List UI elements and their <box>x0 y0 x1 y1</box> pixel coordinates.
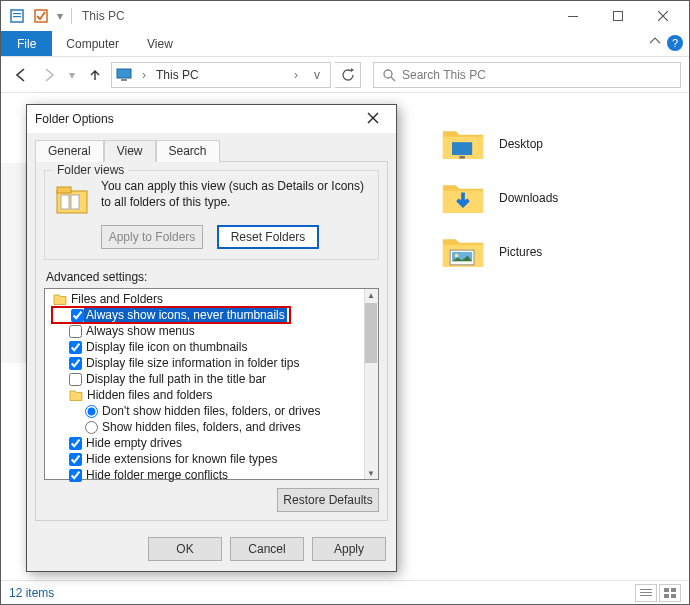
folder-views-group: Folder views You can apply this view (su… <box>44 170 379 260</box>
tree-item-label: Hide extensions for known file types <box>86 452 277 466</box>
folder-icon <box>53 292 67 306</box>
properties-icon[interactable] <box>5 5 29 27</box>
tree-item[interactable]: Display the full path in the title bar <box>49 371 360 387</box>
apply-button[interactable]: Apply <box>312 537 386 561</box>
quick-access-toolbar: ▾ <box>5 5 67 27</box>
svg-rect-9 <box>452 142 472 155</box>
recent-locations-button[interactable]: ▾ <box>65 63 79 87</box>
breadcrumb-current[interactable]: This PC <box>156 68 284 82</box>
minimize-button[interactable] <box>550 2 595 30</box>
scroll-up-icon[interactable]: ▲ <box>365 289 377 301</box>
pictures-folder-icon <box>441 233 485 271</box>
tree-item[interactable]: Hide folder merge conflicts <box>49 467 360 483</box>
downloads-folder-icon <box>441 179 485 217</box>
svg-rect-20 <box>671 594 676 598</box>
tree-item[interactable]: Don't show hidden files, folders, or dri… <box>49 403 360 419</box>
tree-item-label: Always show menus <box>86 324 195 338</box>
divider <box>71 8 72 24</box>
folder-views-desc: You can apply this view (such as Details… <box>101 179 368 219</box>
dialog-tabs: General View Search <box>35 139 388 161</box>
tree-scrollbar[interactable]: ▲ ▼ <box>364 289 378 479</box>
dialog-close-button[interactable] <box>358 110 388 128</box>
checkbox-input[interactable] <box>69 325 82 338</box>
ribbon-tabs: File Computer View ? <box>1 31 689 57</box>
qat-dropdown-icon[interactable]: ▾ <box>53 5 67 27</box>
dialog-titlebar[interactable]: Folder Options <box>27 105 396 133</box>
checkbox-input[interactable] <box>69 469 82 482</box>
tree-root-label: Files and Folders <box>71 292 163 306</box>
back-button[interactable] <box>9 63 33 87</box>
svg-rect-7 <box>121 79 127 81</box>
tree-item[interactable]: Show hidden files, folders, and drives <box>49 419 360 435</box>
tab-view[interactable]: View <box>104 140 156 162</box>
radio-input[interactable] <box>85 405 98 418</box>
folder-views-group-title: Folder views <box>53 163 128 177</box>
restore-defaults-button[interactable]: Restore Defaults <box>277 488 379 512</box>
ribbon-tab-view[interactable]: View <box>133 31 187 56</box>
new-folder-icon[interactable] <box>29 5 53 27</box>
tree-item[interactable]: Display file icon on thumbnails <box>49 339 360 355</box>
apply-to-folders-button[interactable]: Apply to Folders <box>101 225 203 249</box>
checkbox-input[interactable] <box>71 309 84 322</box>
dialog-footer: OK Cancel Apply <box>27 529 396 571</box>
tree-item-label: Don't show hidden files, folders, or dri… <box>102 404 320 418</box>
reset-folders-button[interactable]: Reset Folders <box>217 225 319 249</box>
forward-button[interactable] <box>37 63 61 87</box>
checkbox-input[interactable] <box>69 453 82 466</box>
tree-item-label: Show hidden files, folders, and drives <box>102 420 301 434</box>
svg-rect-23 <box>61 195 69 209</box>
radio-input[interactable] <box>85 421 98 434</box>
tree-item[interactable]: Hidden files and folders <box>49 387 360 403</box>
svg-rect-17 <box>664 588 669 592</box>
tree-root-files-folders[interactable]: Files and Folders <box>49 291 360 307</box>
folder-views-icon <box>55 183 91 219</box>
breadcrumb-sep[interactable]: › <box>290 68 302 82</box>
navigation-pane[interactable] <box>1 163 26 363</box>
search-placeholder: Search This PC <box>402 68 486 82</box>
svg-rect-14 <box>640 589 652 590</box>
details-view-button[interactable] <box>635 584 657 602</box>
ribbon-expand-icon[interactable] <box>649 35 661 50</box>
scrollbar-thumb[interactable] <box>365 303 377 363</box>
tab-search[interactable]: Search <box>156 140 220 162</box>
checkbox-input[interactable] <box>69 357 82 370</box>
breadcrumb-sep[interactable]: › <box>138 68 150 82</box>
cancel-button[interactable]: Cancel <box>230 537 304 561</box>
address-bar[interactable]: › This PC › v <box>111 62 331 88</box>
tree-item-label: Hide empty drives <box>86 436 182 450</box>
ribbon-tab-computer[interactable]: Computer <box>52 31 133 56</box>
tree-item[interactable]: Hide extensions for known file types <box>49 451 360 467</box>
folder-item-pictures[interactable]: Pictures <box>441 233 558 271</box>
close-button[interactable] <box>640 2 685 30</box>
checkbox-input[interactable] <box>69 341 82 354</box>
folder-item-downloads[interactable]: Downloads <box>441 179 558 217</box>
tree-item-label: Display the full path in the title bar <box>86 372 266 386</box>
refresh-button[interactable] <box>335 62 361 88</box>
ribbon-tab-file[interactable]: File <box>1 31 52 56</box>
advanced-settings-tree[interactable]: Files and Folders Always show icons, nev… <box>44 288 379 480</box>
checkbox-input[interactable] <box>69 373 82 386</box>
tree-item-highlighted[interactable]: Always show icons, never thumbnails <box>49 307 360 323</box>
tree-item[interactable]: Always show menus <box>49 323 360 339</box>
up-button[interactable] <box>83 63 107 87</box>
dialog-title: Folder Options <box>35 112 114 126</box>
search-input[interactable]: Search This PC <box>373 62 681 88</box>
address-dropdown-icon[interactable]: v <box>308 68 326 82</box>
ok-button[interactable]: OK <box>148 537 222 561</box>
tree-item[interactable]: Hide empty drives <box>49 435 360 451</box>
scroll-down-icon[interactable]: ▼ <box>365 467 377 479</box>
svg-rect-15 <box>640 592 652 593</box>
help-icon[interactable]: ? <box>667 35 683 51</box>
folder-item-desktop[interactable]: Desktop <box>441 125 558 163</box>
folder-label: Pictures <box>499 245 542 259</box>
svg-point-8 <box>384 70 392 78</box>
svg-point-13 <box>455 254 459 258</box>
maximize-button[interactable] <box>595 2 640 30</box>
window-controls <box>550 2 685 30</box>
tree-item[interactable]: Display file size information in folder … <box>49 355 360 371</box>
svg-rect-22 <box>57 187 71 193</box>
view-mode-toggles <box>635 584 681 602</box>
tab-general[interactable]: General <box>35 140 104 162</box>
checkbox-input[interactable] <box>69 437 82 450</box>
large-icons-view-button[interactable] <box>659 584 681 602</box>
